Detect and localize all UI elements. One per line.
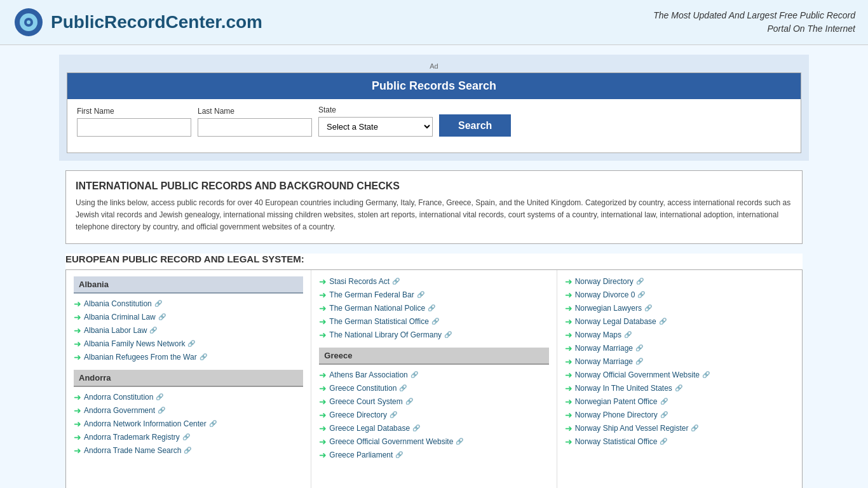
arrow-icon: ➜ [565,343,573,353]
arrow-icon: ➜ [74,312,81,322]
site-tagline: The Most Updated And Largest Free Public… [653,9,855,36]
arrow-icon: ➜ [74,432,81,442]
arrow-icon: ➜ [319,450,327,460]
international-title: INTERNATIONAL PUBLIC RECORDS AND BACKGRO… [76,180,792,192]
arrow-icon: ➜ [319,423,327,433]
arrow-icon: ➜ [74,392,81,402]
arrow-icon: ➜ [565,383,573,393]
list-item[interactable]: ➜Norway Ship And Vessel Register🔗 [565,423,794,433]
arrow-icon: ➜ [319,370,327,380]
arrow-icon: ➜ [319,396,327,407]
albania-heading: Albania [74,276,303,294]
arrow-icon: ➜ [565,437,573,447]
arrow-icon: ➜ [319,276,327,287]
list-item[interactable]: ➜Norway Marriage🔗 [565,356,794,367]
arrow-icon: ➜ [319,410,327,420]
arrow-icon: ➜ [319,303,327,313]
arrow-icon: ➜ [565,356,573,367]
search-title: Public Records Search [67,73,801,99]
arrow-icon: ➜ [565,316,573,327]
list-item[interactable]: ➜Norway Official Government Website🔗 [565,370,794,380]
list-item[interactable]: ➜Norway Directory🔗 [565,276,794,287]
list-item[interactable]: ➜Athens Bar Association🔗 [319,370,548,380]
european-section: EUROPEAN PUBLIC RECORD AND LEGAL SYSTEM:… [65,254,803,488]
norway-links: ➜Norway Directory🔗➜Norway Divorce 0🔗➜Nor… [565,276,794,447]
list-item[interactable]: ➜The German Federal Bar🔗 [319,290,548,300]
list-item[interactable]: ➜Greece Constitution🔗 [319,383,548,393]
site-header: PublicRecordCenter.com The Most Updated … [0,0,868,45]
ad-label: Ad [67,62,801,70]
list-item[interactable]: ➜Norway Statistical Office🔗 [565,437,794,447]
ad-section: Ad Public Records Search First Name Last… [59,55,809,161]
list-item[interactable]: ➜Norway Divorce 0🔗 [565,290,794,300]
list-item[interactable]: ➜Norway Marriage🔗 [565,343,794,353]
state-label: State [318,105,433,114]
arrow-icon: ➜ [74,405,81,416]
european-title: EUROPEAN PUBLIC RECORD AND LEGAL SYSTEM: [65,254,803,264]
logo-icon [13,6,44,38]
svg-point-3 [27,20,31,24]
list-item[interactable]: ➜Norwegian Lawyers🔗 [565,303,794,313]
list-item[interactable]: ➜Andorra Trademark Registry🔗 [74,432,303,442]
greece-heading: Greece [319,348,548,365]
arrow-icon: ➜ [565,396,573,407]
search-fields: First Name Last Name State Select a Stat… [77,105,791,137]
column-1: Albania ➜Albania Constitution🔗➜Albania C… [66,270,311,488]
last-name-label: Last Name [198,107,312,116]
list-item[interactable]: ➜Andorra Constitution🔗 [74,392,303,402]
last-name-group: Last Name [198,107,312,137]
arrow-icon: ➜ [319,316,327,327]
arrow-icon: ➜ [319,290,327,300]
arrow-icon: ➜ [319,330,327,340]
list-item[interactable]: ➜Norway In The United States🔗 [565,383,794,393]
arrow-icon: ➜ [74,299,81,309]
list-item[interactable]: ➜Greece Official Government Website🔗 [319,437,548,447]
list-item[interactable]: ➜Albania Constitution🔗 [74,299,303,309]
first-name-label: First Name [77,107,191,116]
first-name-input[interactable] [77,118,191,137]
main-content: INTERNATIONAL PUBLIC RECORDS AND BACKGRO… [59,170,809,488]
last-name-input[interactable] [198,118,312,137]
arrow-icon: ➜ [74,445,81,456]
column-3: ➜Norway Directory🔗➜Norway Divorce 0🔗➜Nor… [557,270,802,488]
list-item[interactable]: ➜Albanian Refugees From the War🔗 [74,352,303,362]
list-item[interactable]: ➜Andorra Government🔗 [74,405,303,416]
list-item[interactable]: ➜The German Statistical Office🔗 [319,316,548,327]
list-item[interactable]: ➜Albania Criminal Law🔗 [74,312,303,322]
state-group: State Select a StateAlabamaAlaskaArizona… [318,105,433,137]
european-content: Albania ➜Albania Constitution🔗➜Albania C… [65,269,803,488]
list-item[interactable]: ➜Greece Directory🔗 [319,410,548,420]
arrow-icon: ➜ [565,330,573,340]
list-item[interactable]: ➜The National Library Of Germany🔗 [319,330,548,340]
list-item[interactable]: ➜Albania Labor Law🔗 [74,325,303,336]
list-item[interactable]: ➜Norway Maps🔗 [565,330,794,340]
arrow-icon: ➜ [565,303,573,313]
arrow-icon: ➜ [74,325,81,336]
arrow-icon: ➜ [74,339,81,349]
list-item[interactable]: ➜Norwegian Patent Office🔗 [565,396,794,407]
international-section: INTERNATIONAL PUBLIC RECORDS AND BACKGRO… [65,170,803,244]
site-logo-text: PublicRecordCenter.com [51,12,262,32]
column-2: ➜Stasi Records Act🔗➜The German Federal B… [311,270,557,488]
list-item[interactable]: ➜Andorra Trade Name Search🔗 [74,445,303,456]
list-item[interactable]: ➜Greece Parliament🔗 [319,450,548,460]
list-item[interactable]: ➜Norway Phone Directory🔗 [565,410,794,420]
list-item[interactable]: ➜The German National Police🔗 [319,303,548,313]
list-item[interactable]: ➜Norway Legal Database🔗 [565,316,794,327]
list-item[interactable]: ➜Stasi Records Act🔗 [319,276,548,287]
greece-links: ➜Athens Bar Association🔗➜Greece Constitu… [319,370,548,460]
list-item[interactable]: ➜Greece Court System🔗 [319,396,548,407]
search-form-area: First Name Last Name State Select a Stat… [67,99,801,143]
arrow-icon: ➜ [74,419,81,429]
list-item[interactable]: ➜Andorra Network Information Center🔗 [74,419,303,429]
list-item[interactable]: ➜Greece Legal Database🔗 [319,423,548,433]
search-box-container: Public Records Search First Name Last Na… [67,72,801,153]
arrow-icon: ➜ [565,290,573,300]
arrow-icon: ➜ [319,437,327,447]
state-select[interactable]: Select a StateAlabamaAlaskaArizonaArkans… [318,117,433,137]
arrow-icon: ➜ [319,383,327,393]
list-item[interactable]: ➜Albania Family News Network🔗 [74,339,303,349]
arrow-icon: ➜ [565,423,573,433]
arrow-icon: ➜ [565,276,573,287]
search-button[interactable]: Search [439,114,511,137]
